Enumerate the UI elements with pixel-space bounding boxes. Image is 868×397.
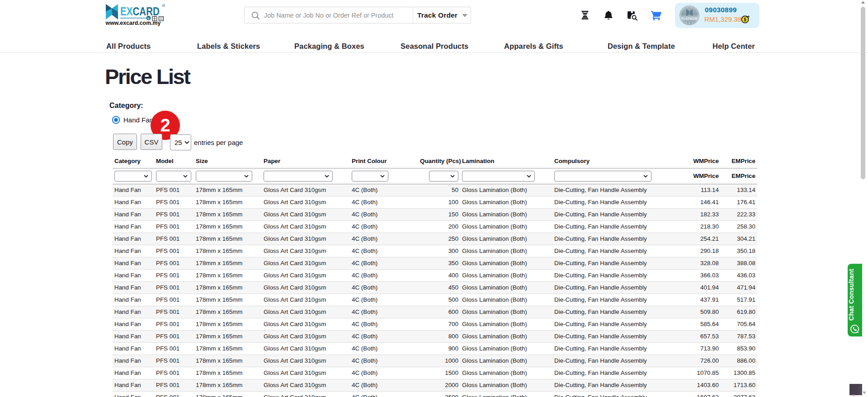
svg-text:$: $ <box>744 17 746 22</box>
svg-text:www.excard.com.my: www.excard.com.my <box>105 19 161 26</box>
svg-text:EXCARD: EXCARD <box>120 5 160 18</box>
svg-text:R: R <box>163 5 164 7</box>
svg-text:PLATINUM: PLATINUM <box>682 17 698 20</box>
